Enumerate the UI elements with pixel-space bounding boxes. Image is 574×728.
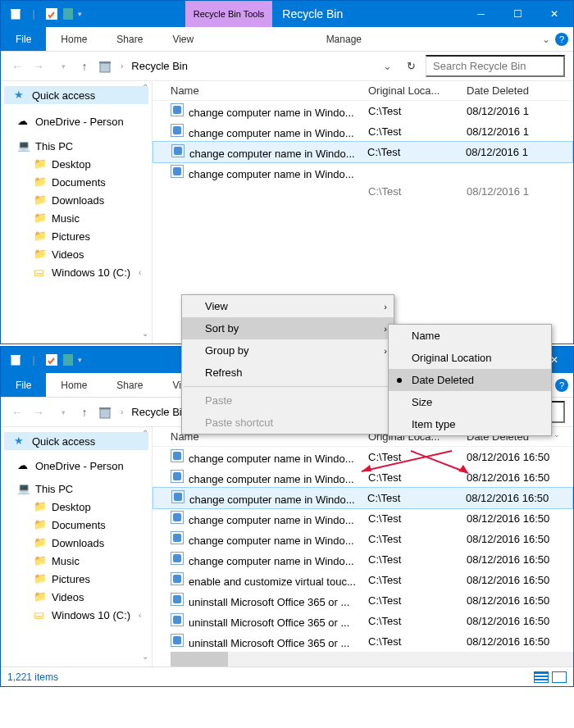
- sidebar-item[interactable]: 📁Downloads: [1, 191, 152, 209]
- sidebar-item[interactable]: 📁Documents: [1, 516, 152, 534]
- help-icon[interactable]: ?: [555, 379, 568, 392]
- qat-chevron-icon[interactable]: ▾: [78, 10, 82, 18]
- breadcrumb-sep-icon[interactable]: ›: [117, 61, 126, 71]
- ctx-view[interactable]: View›: [182, 295, 394, 317]
- scroll-thumb[interactable]: [171, 652, 228, 667]
- column-headers[interactable]: Name Original Loca... Date Deleted: [153, 81, 573, 101]
- file-row[interactable]: change computer name in Windo...: [153, 162, 573, 183]
- ribbon-collapse-icon[interactable]: ⌄: [542, 34, 550, 45]
- sort-option[interactable]: Name: [389, 325, 551, 347]
- tab-file[interactable]: File: [1, 27, 46, 51]
- col-date[interactable]: Date Deleted: [467, 84, 573, 97]
- location-icon[interactable]: [98, 59, 112, 74]
- file-row[interactable]: change computer name in Windo...C:\Test0…: [153, 529, 573, 549]
- file-row[interactable]: C:\Test08/12/2016 1: [153, 183, 573, 200]
- file-row[interactable]: uninstall Microsoft Office 365 or ...C:\…: [153, 631, 573, 652]
- maximize-button[interactable]: ☐: [499, 1, 536, 27]
- qat-item-icon[interactable]: [63, 354, 73, 366]
- sidebar-this-pc[interactable]: 💻This PC: [1, 480, 152, 498]
- file-row[interactable]: change computer name in Windo...C:\Test0…: [153, 549, 573, 570]
- sidebar-quick-access[interactable]: ★Quick access: [4, 432, 148, 450]
- breadcrumb-sep-icon[interactable]: ›: [117, 407, 126, 416]
- sidebar-item[interactable]: 📁Music: [1, 552, 152, 570]
- sidebar-item[interactable]: 📁Pictures: [1, 227, 152, 245]
- sidebar-item[interactable]: 📁Videos: [1, 245, 152, 263]
- sidebar-onedrive[interactable]: ☁OneDrive - Person: [1, 457, 152, 475]
- properties-icon[interactable]: [45, 7, 58, 20]
- file-list[interactable]: Name Original Loca... Date Deleted⌄ chan…: [153, 427, 573, 667]
- scroll-up-icon[interactable]: ⌃: [139, 429, 152, 442]
- tab-share[interactable]: Share: [102, 27, 157, 51]
- contextual-tab[interactable]: Recycle Bin Tools: [185, 1, 273, 27]
- icons-view-icon[interactable]: [552, 671, 567, 683]
- file-row[interactable]: change computer name in Windo...C:\Test0…: [153, 141, 573, 163]
- sidebar-onedrive[interactable]: ☁OneDrive - Person: [1, 112, 152, 130]
- sort-option[interactable]: Size: [389, 391, 551, 413]
- qat-item-icon[interactable]: [63, 8, 73, 20]
- col-location[interactable]: Original Loca...: [368, 84, 467, 97]
- cell-name: change computer name in Windo...: [171, 165, 368, 180]
- tab-share[interactable]: Share: [102, 373, 157, 397]
- scroll-down-icon[interactable]: ⌄: [139, 329, 152, 342]
- sidebar-item[interactable]: 📁Pictures: [1, 570, 152, 588]
- file-row[interactable]: change computer name in Windo...C:\Test0…: [153, 487, 573, 509]
- history-chevron-icon[interactable]: ▾: [55, 408, 71, 416]
- ctx-group-by[interactable]: Group by›: [182, 339, 394, 362]
- scroll-up-icon[interactable]: ⌃: [139, 83, 152, 96]
- tab-manage[interactable]: Manage: [312, 27, 376, 51]
- sidebar-item[interactable]: 📁Desktop: [1, 498, 152, 516]
- back-button[interactable]: ←: [9, 406, 25, 419]
- address-dropdown-icon[interactable]: ⌄: [378, 60, 397, 72]
- breadcrumb[interactable]: Recycle Bin: [131, 60, 188, 72]
- file-row[interactable]: uninstall Microsoft Office 365 or ...C:\…: [153, 590, 573, 611]
- recyclebin-icon[interactable]: [9, 7, 22, 20]
- col-name[interactable]: Name: [171, 84, 368, 97]
- location-icon[interactable]: [98, 405, 112, 420]
- tab-view[interactable]: View: [157, 27, 208, 51]
- refresh-button[interactable]: ↻: [402, 60, 421, 72]
- sidebar-item[interactable]: 🖴Windows 10 (C:) ‹: [1, 606, 152, 624]
- recyclebin-icon[interactable]: [9, 353, 22, 366]
- sidebar-item[interactable]: 📁Downloads: [1, 534, 152, 552]
- breadcrumb[interactable]: Recycle Bin: [131, 406, 188, 418]
- qat-chevron-icon[interactable]: ▾: [78, 356, 82, 364]
- sidebar-item[interactable]: 🖴Windows 10 (C:) ‹: [1, 263, 152, 281]
- sidebar-item[interactable]: 📁Music: [1, 209, 152, 227]
- sort-option[interactable]: Item type: [389, 413, 551, 435]
- close-button[interactable]: ✕: [536, 1, 573, 27]
- file-row[interactable]: change computer name in Windo...C:\Test0…: [153, 101, 573, 121]
- file-row[interactable]: change computer name in Windo...C:\Test0…: [153, 447, 573, 467]
- sidebar-item[interactable]: 📁Desktop: [1, 155, 152, 173]
- history-chevron-icon[interactable]: ▾: [55, 62, 71, 71]
- properties-icon[interactable]: [45, 353, 58, 366]
- sort-option[interactable]: Original Location: [389, 347, 551, 369]
- forward-button[interactable]: →: [30, 60, 47, 73]
- sidebar-quick-access[interactable]: ★Quick access: [4, 86, 148, 104]
- details-view-icon[interactable]: [534, 671, 549, 683]
- back-button[interactable]: ←: [9, 60, 25, 73]
- tab-home[interactable]: Home: [46, 27, 102, 51]
- sidebar-item[interactable]: 📁Documents: [1, 173, 152, 191]
- forward-button[interactable]: →: [30, 406, 47, 419]
- titlebar[interactable]: | ▾ Recycle Bin Tools Recycle Bin ─ ☐ ✕: [1, 1, 573, 27]
- minimize-button[interactable]: ─: [462, 1, 499, 27]
- up-button[interactable]: ↑: [76, 60, 93, 73]
- svg-rect-1: [11, 9, 20, 11]
- sidebar-this-pc[interactable]: 💻This PC: [1, 137, 152, 155]
- file-row[interactable]: enable and customize virtual touc...C:\T…: [153, 570, 573, 590]
- ctx-sort-by[interactable]: Sort by›: [182, 317, 394, 339]
- help-icon[interactable]: ?: [555, 33, 568, 46]
- file-row[interactable]: change computer name in Windo...C:\Test0…: [153, 467, 573, 488]
- file-row[interactable]: change computer name in Windo...C:\Test0…: [153, 508, 573, 529]
- ctx-refresh[interactable]: Refresh: [182, 362, 394, 384]
- up-button[interactable]: ↑: [76, 406, 93, 419]
- tab-file[interactable]: File: [1, 373, 46, 397]
- tab-home[interactable]: Home: [46, 373, 102, 397]
- scroll-down-icon[interactable]: ⌄: [139, 652, 152, 665]
- sort-option[interactable]: Date Deleted: [389, 369, 551, 391]
- file-row[interactable]: uninstall Microsoft Office 365 or ...C:\…: [153, 611, 573, 631]
- h-scrollbar[interactable]: [171, 652, 573, 667]
- sidebar-item[interactable]: 📁Videos: [1, 588, 152, 606]
- search-input[interactable]: [426, 55, 565, 77]
- file-row[interactable]: change computer name in Windo...C:\Test0…: [153, 121, 573, 142]
